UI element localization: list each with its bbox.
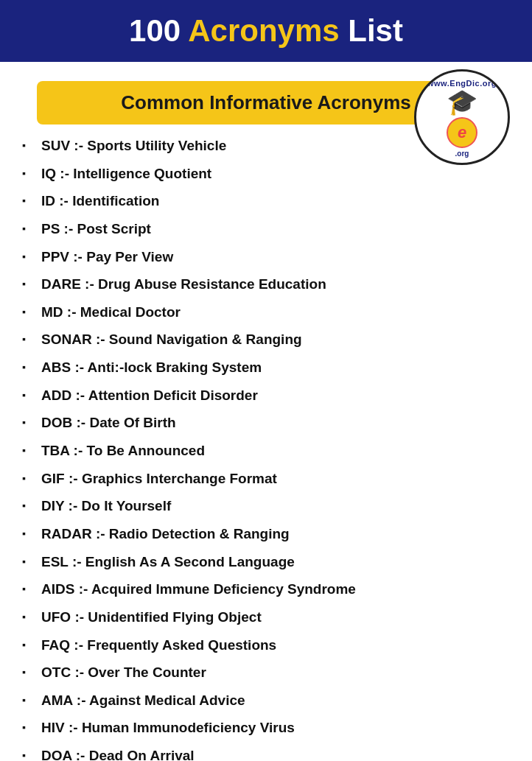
list-item: ▪DOB :- Date Of Birth <box>22 409 510 437</box>
list-item: ▪AMA :- Against Medical Advice <box>22 687 510 715</box>
acronym-text: DIY :- Do It Yourself <box>41 497 510 516</box>
acronym-text: DARE :- Drug Abuse Resistance Education <box>41 275 510 294</box>
header-title-end: List <box>340 13 403 48</box>
list-item: ▪TBA :- To Be Announced <box>22 437 510 465</box>
acronym-text: AMA :- Against Medical Advice <box>41 691 510 710</box>
list-item: ▪DIY :- Do It Yourself <box>22 492 510 520</box>
bullet-icon: ▪ <box>22 388 35 402</box>
acronym-text: PPV :- Pay Per View <box>41 248 510 267</box>
bullet-icon: ▪ <box>22 610 35 624</box>
bullet-icon: ▪ <box>22 555 35 569</box>
bullet-icon: ▪ <box>22 415 35 429</box>
acronym-list: ▪SUV :- Sports Utility Vehicle▪IQ :- Int… <box>22 132 510 761</box>
acronym-text: GIF :- Graphics Interchange Format <box>41 469 510 488</box>
acronym-text: ESL :- English As A Second Language <box>41 553 510 572</box>
content-area: Common Informative Acronyms www.EngDic.o… <box>0 62 532 761</box>
acronym-text: ABS :- Anti:-lock Braking System <box>41 358 510 377</box>
logo-letter-e: e <box>458 123 466 142</box>
bullet-icon: ▪ <box>22 693 35 707</box>
bullet-icon: ▪ <box>22 527 35 541</box>
bullet-icon: ▪ <box>22 277 35 291</box>
bullet-icon: ▪ <box>22 166 35 180</box>
bullet-icon: ▪ <box>22 748 35 761</box>
bullet-icon: ▪ <box>22 138 35 152</box>
list-item: ▪ABS :- Anti:-lock Braking System <box>22 354 510 382</box>
acronym-text: ADD :- Attention Deficit Disorder <box>41 386 510 405</box>
list-item: ▪MD :- Medical Doctor <box>22 298 510 326</box>
logo-url-text: www.EngDic.org <box>427 79 497 88</box>
list-item: ▪SONAR :- Sound Navigation & Ranging <box>22 326 510 354</box>
list-item: ▪UFO :- Unidentified Flying Object <box>22 603 510 631</box>
header-title: 100 Acronyms List <box>129 13 403 48</box>
list-item: ▪AIDS :- Acquired Immune Deficiency Synd… <box>22 575 510 603</box>
bullet-icon: ▪ <box>22 305 35 319</box>
acronym-text: FAQ :- Frequently Asked Questions <box>41 636 510 655</box>
bullet-icon: ▪ <box>22 720 35 734</box>
logo-e-badge: e <box>447 117 477 148</box>
graduation-hat-icon: 🎓 <box>447 89 477 114</box>
bullet-icon: ▪ <box>22 250 35 264</box>
acronym-text: HIV :- Human Immunodeficiency Virus <box>41 718 510 737</box>
list-item: ▪OTC :- Over The Counter <box>22 659 510 687</box>
bullet-icon: ▪ <box>22 499 35 513</box>
sub-header-text: Common Informative Acronyms <box>121 91 410 113</box>
acronym-text: MD :- Medical Doctor <box>41 303 510 322</box>
header-title-accent: Acronyms <box>188 13 339 48</box>
bullet-icon: ▪ <box>22 332 35 346</box>
bullet-icon: ▪ <box>22 194 35 208</box>
header: 100 Acronyms List <box>0 0 532 62</box>
bullet-icon: ▪ <box>22 638 35 652</box>
bullet-icon: ▪ <box>22 582 35 596</box>
acronym-text: TBA :- To Be Announced <box>41 441 510 460</box>
bullet-icon: ▪ <box>22 360 35 374</box>
bullet-icon: ▪ <box>22 222 35 236</box>
acronym-text: RADAR :- Radio Detection & Ranging <box>41 525 510 544</box>
list-item: ▪PPV :- Pay Per View <box>22 243 510 271</box>
acronym-text: AIDS :- Acquired Immune Deficiency Syndr… <box>41 580 510 599</box>
acronym-text: OTC :- Over The Counter <box>41 663 510 682</box>
acronym-text: UFO :- Unidentified Flying Object <box>41 608 510 627</box>
list-item: ▪DARE :- Drug Abuse Resistance Education <box>22 270 510 298</box>
acronym-text: DOA :- Dead On Arrival <box>41 746 510 761</box>
list-item: ▪RADAR :- Radio Detection & Ranging <box>22 520 510 548</box>
list-item: ▪ADD :- Attention Deficit Disorder <box>22 382 510 410</box>
acronym-text: DOB :- Date Of Birth <box>41 413 510 432</box>
list-item: ▪GIF :- Graphics Interchange Format <box>22 465 510 493</box>
bullet-icon: ▪ <box>22 471 35 485</box>
bullet-icon: ▪ <box>22 665 35 679</box>
acronym-text: IQ :- Intelligence Quotient <box>41 164 510 183</box>
logo-dot-org: .org <box>455 150 469 158</box>
logo-container: www.EngDic.org 🎓 e .org <box>414 69 510 165</box>
list-item: ▪FAQ :- Frequently Asked Questions <box>22 631 510 659</box>
bullet-icon: ▪ <box>22 443 35 457</box>
header-title-plain: 100 <box>129 13 188 48</box>
list-item: ▪PS :- Post Script <box>22 215 510 243</box>
list-item: ▪HIV :- Human Immunodeficiency Virus <box>22 714 510 742</box>
acronym-text: ID :- Identification <box>41 192 510 211</box>
list-item: ▪ID :- Identification <box>22 187 510 215</box>
list-item: ▪ESL :- English As A Second Language <box>22 548 510 576</box>
acronym-text: SONAR :- Sound Navigation & Ranging <box>41 330 510 349</box>
list-item: ▪DOA :- Dead On Arrival <box>22 742 510 761</box>
logo-circle: www.EngDic.org 🎓 e .org <box>414 69 510 165</box>
acronym-text: PS :- Post Script <box>41 220 510 239</box>
